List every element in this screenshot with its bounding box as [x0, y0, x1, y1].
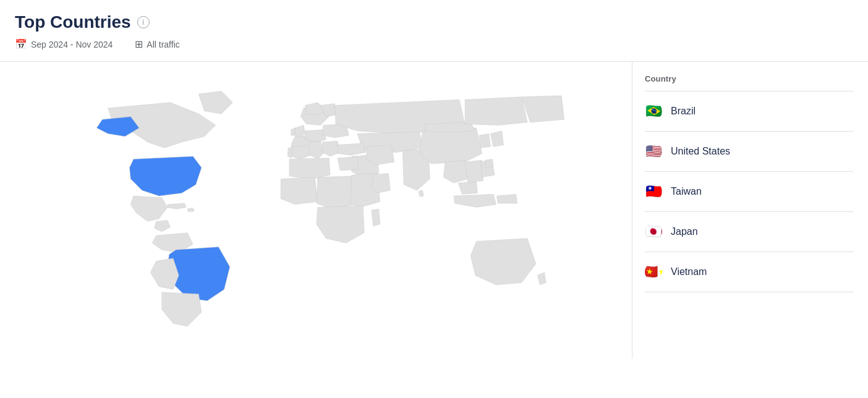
country-name-united-states: United States [671, 146, 730, 157]
calendar-icon: 📅 [15, 38, 27, 50]
country-column-header: Country [645, 74, 853, 91]
country-name-brazil: Brazil [671, 106, 696, 117]
country-item-taiwan[interactable]: 🇹🇼Taiwan [645, 172, 853, 212]
country-item-japan[interactable]: 🇯🇵Japan [645, 212, 853, 252]
country-name-vietnam: Vietnam [671, 266, 707, 277]
world-map [15, 74, 632, 346]
country-list: 🇧🇷Brazil🇺🇸United States🇹🇼Taiwan🇯🇵Japan🇻🇳… [645, 91, 853, 292]
flag-vietnam: 🇻🇳 [645, 263, 662, 281]
country-sidebar: Country 🇧🇷Brazil🇺🇸United States🇹🇼Taiwan🇯… [632, 62, 853, 358]
map-section [15, 62, 632, 358]
flag-brazil: 🇧🇷 [645, 103, 662, 120]
country-item-vietnam[interactable]: 🇻🇳Vietnam [645, 252, 853, 292]
page-header: Top Countries i [15, 12, 853, 32]
traffic-icon: ⊞ [135, 38, 143, 50]
page-container: Top Countries i 📅 Sep 2024 - Nov 2024 ⊞ … [0, 0, 868, 358]
page-title: Top Countries [15, 12, 131, 32]
country-item-united-states[interactable]: 🇺🇸United States [645, 132, 853, 172]
map-svg [15, 74, 632, 346]
traffic-filter-label: All traffic [147, 40, 179, 49]
country-item-brazil[interactable]: 🇧🇷Brazil [645, 91, 853, 132]
main-content: Country 🇧🇷Brazil🇺🇸United States🇹🇼Taiwan🇯… [15, 62, 853, 358]
country-name-japan: Japan [671, 226, 698, 237]
flag-taiwan: 🇹🇼 [645, 183, 662, 200]
date-range-label: Sep 2024 - Nov 2024 [31, 40, 113, 49]
info-icon[interactable]: i [137, 16, 150, 28]
subtitle-bar: 📅 Sep 2024 - Nov 2024 ⊞ All traffic [15, 38, 853, 50]
flag-united-states: 🇺🇸 [645, 143, 662, 160]
country-name-taiwan: Taiwan [671, 186, 702, 197]
flag-japan: 🇯🇵 [645, 223, 662, 240]
